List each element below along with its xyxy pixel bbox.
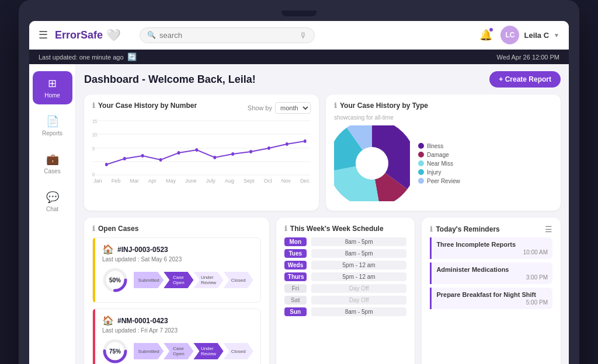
case-id-1: #INJ-0003-0523: [117, 246, 168, 254]
schedule-card: ℹ This Week's Week Schedule Mon 8am - 5p…: [276, 218, 415, 364]
case-date-2: Last updated : Fri Apr 7 2023: [102, 327, 253, 334]
main-content: Dashboard - Welcome Back, Leila! + Creat…: [76, 64, 569, 364]
datetime-text: Wed Apr 26 12:00 PM: [497, 54, 559, 61]
sidebar-label-home: Home: [44, 92, 60, 99]
case-history-type-card: ℹ Your Case History by Type showcasing f…: [326, 94, 561, 211]
chevron-down-icon: ▼: [554, 32, 559, 38]
svg-point-17: [249, 150, 252, 153]
svg-point-13: [178, 151, 180, 155]
pie-chart: [334, 125, 410, 204]
legend-nearmiss: Near Miss: [427, 160, 453, 167]
show-by-control: Show by month week: [248, 102, 311, 114]
svg-point-11: [141, 154, 144, 158]
sidebar: ⊞ Home 📄 Reports 💼 Cases 💬 Chat ? h: [29, 64, 76, 364]
logo-heart-icon: 🤍: [106, 28, 121, 42]
sidebar-item-chat[interactable]: 💬 Chat: [33, 185, 72, 218]
case-progress-circle-1: 50%: [102, 267, 128, 293]
case-item-1: 🏠 #INJ-0003-0523 Last updated : Sat May …: [92, 237, 261, 303]
mic-icon[interactable]: 🎙: [300, 31, 307, 40]
reminders-menu-icon[interactable]: ☰: [545, 225, 552, 234]
pie-subtitle: showcasing for all-time: [334, 114, 552, 121]
schedule-mon: Mon 8am - 5pm: [284, 237, 407, 246]
pie-legend: Illness Damage Near Miss Injury Peer Rev…: [418, 143, 460, 187]
svg-point-10: [123, 157, 126, 160]
schedule-fri: Fri Day Off: [284, 284, 407, 293]
user-name: Leila C: [524, 31, 549, 40]
refresh-icon[interactable]: 🔄: [127, 52, 137, 61]
sidebar-item-home[interactable]: ⊞ Home: [33, 71, 72, 104]
notification-dot: [489, 27, 493, 32]
hamburger-menu[interactable]: ☰: [39, 29, 48, 41]
reminder-item-3: Prepare Breakfast for Night Shift 5:00 P…: [430, 288, 552, 309]
open-cases-card: ℹ Open Cases 🏠 #INJ-0003-0523 Last updat…: [84, 218, 269, 364]
case-progress-circle-2: 75%: [102, 338, 128, 364]
svg-point-9: [105, 163, 108, 166]
home-icon: ⊞: [48, 77, 57, 90]
reminder-item-1: Three Incomplete Reports 10:00 AM: [430, 237, 552, 259]
sidebar-label-cases: Cases: [44, 168, 60, 174]
info-icon-pie: ℹ: [334, 102, 337, 110]
progress-arrows-2: Submitted CaseOpen UnderReview Closed: [134, 343, 253, 359]
search-bar[interactable]: 🔍 🎙: [140, 27, 315, 43]
info-icon-reminders: ℹ: [430, 225, 433, 233]
svg-point-12: [159, 158, 162, 162]
reminders-card: ℹ Today's Reminders ☰ Three Incomplete R…: [422, 218, 561, 364]
case-item-2: 🏠 #NM-0001-0423 Last updated : Fri Apr 7…: [92, 309, 261, 364]
chat-icon: 💬: [46, 191, 59, 204]
svg-point-15: [213, 156, 216, 159]
case-id-2: #NM-0001-0423: [117, 317, 168, 325]
svg-point-18: [267, 146, 270, 150]
user-menu[interactable]: LC Leila C ▼: [500, 26, 559, 44]
info-icon-chart: ℹ: [92, 102, 95, 110]
svg-point-14: [195, 148, 198, 152]
legend-peerreview: Peer Review: [427, 178, 460, 184]
info-icon-schedule: ℹ: [284, 225, 287, 233]
schedule-title: This Week's Week Schedule: [290, 225, 384, 233]
chart-x-labels: JanFebMarAprMay JuneJulyAugSeptOct NovDe…: [92, 178, 311, 184]
line-chart: 15 10 5 0: [92, 118, 311, 176]
schedule-tues: Tues 8am - 5pm: [284, 249, 407, 258]
progress-arrows-1: Submitted CaseOpen UnderReview Closed: [134, 272, 253, 288]
sidebar-label-chat: Chat: [46, 206, 58, 212]
app-logo: ErrorSafe 🤍: [55, 28, 121, 42]
schedule-thurs: Thurs 5pm - 12 am: [284, 272, 407, 281]
case-icon-2: 🏠: [102, 315, 114, 326]
legend-illness: Illness: [427, 143, 443, 149]
reminders-title: Today's Reminders: [436, 225, 499, 233]
logo-text: ErrorSafe: [55, 29, 103, 41]
last-updated-text: Last updated: one minute ago: [39, 54, 124, 61]
sidebar-label-reports: Reports: [42, 130, 62, 136]
schedule-sun: Sun 8am - 5pm: [284, 307, 407, 316]
show-by-select[interactable]: month week: [275, 102, 311, 114]
create-report-button[interactable]: + Create Report: [489, 71, 561, 88]
info-icon-cases: ℹ: [92, 225, 95, 233]
case-history-chart-card: ℹ Your Case History by Number Show by mo…: [84, 94, 319, 211]
case-icon-1: 🏠: [102, 244, 114, 255]
chart-title: Your Case History by Number: [98, 102, 197, 110]
svg-point-19: [286, 142, 288, 146]
open-cases-title: Open Cases: [98, 225, 138, 233]
search-input[interactable]: [159, 31, 296, 40]
schedule-weds: Weds 5pm - 12 am: [284, 261, 407, 270]
pie-title: Your Case History by Type: [340, 102, 428, 110]
svg-text:10: 10: [92, 132, 98, 138]
schedule-list: Mon 8am - 5pm Tues 8am - 5pm Weds 5pm - …: [284, 237, 407, 316]
search-icon: 🔍: [147, 31, 156, 39]
svg-point-16: [231, 152, 234, 156]
schedule-sat: Sat Day Off: [284, 296, 407, 304]
cases-icon: 💼: [46, 153, 59, 166]
sidebar-item-cases[interactable]: 💼 Cases: [33, 147, 72, 180]
page-title: Dashboard - Welcome Back, Leila!: [84, 74, 256, 86]
avatar: LC: [500, 26, 519, 44]
svg-text:15: 15: [92, 118, 98, 124]
reminder-item-2: Administer Medications 3:00 PM: [430, 262, 552, 284]
reports-icon: 📄: [46, 115, 59, 128]
legend-damage: Damage: [427, 152, 449, 158]
svg-point-20: [304, 139, 307, 143]
notification-button[interactable]: 🔔: [479, 29, 492, 41]
svg-point-26: [356, 147, 388, 180]
legend-injury: Injury: [427, 169, 441, 176]
svg-text:5: 5: [92, 146, 95, 152]
case-date-1: Last updated : Sat May 6 2023: [102, 256, 253, 262]
sidebar-item-reports[interactable]: 📄 Reports: [33, 109, 72, 142]
